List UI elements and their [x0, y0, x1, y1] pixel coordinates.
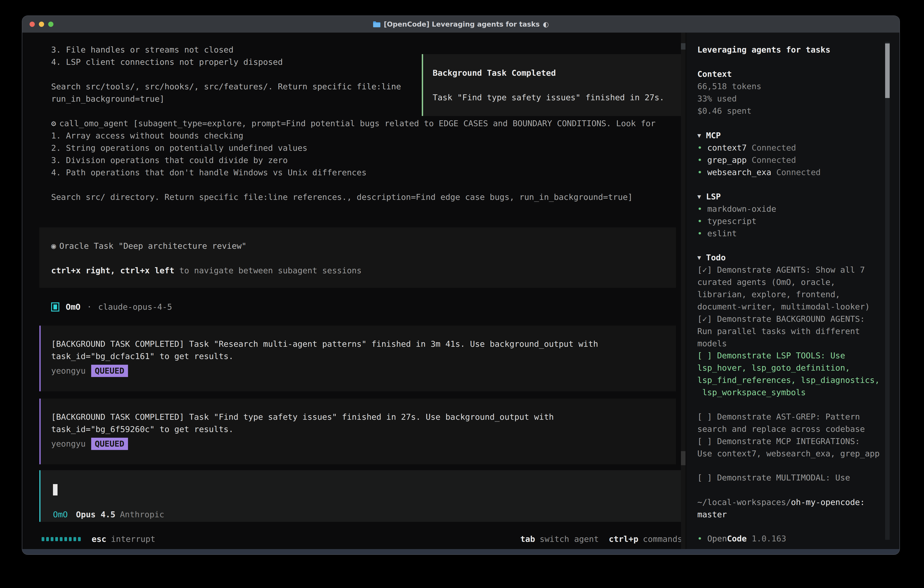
oracle-task-title: Oracle Task "Deep architecture review"	[59, 241, 247, 251]
task-message-line2: task_id="bg_6f59260c" to get results.	[51, 423, 664, 435]
tool-call-prompt-lines: 1. Array access without bounds checking …	[51, 130, 655, 203]
esc-key-label: interrupt	[111, 533, 155, 545]
chevron-down-icon: ▼	[697, 190, 701, 203]
agent-header: OmO · claude-opus-4-5	[51, 301, 172, 313]
tab-key-label: switch agent	[540, 533, 599, 545]
assistant-output-lines: 3. File handles or streams not closed 4.…	[51, 44, 401, 105]
lsp-heading: LSP	[706, 190, 721, 203]
path-prefix: ~/local-workspaces/	[697, 497, 791, 507]
lsp-name: markdown-oxide	[707, 203, 776, 215]
oracle-task-title-row: ◉Oracle Task "Deep architecture review"	[51, 240, 664, 252]
agent-model: claude-opus-4-5	[98, 301, 172, 313]
todo-pending-multimodal: [ ] Demonstrate MULTIMODAL: Use	[697, 472, 884, 484]
input-provider-name: Anthropic	[120, 509, 164, 521]
context-stats: 66,518 tokens 33% used $0.46 spent	[697, 80, 884, 117]
todo-pending-items: [ ] Demonstrate AST-GREP: Pattern search…	[697, 411, 884, 460]
hint-keys: ctrl+x right, ctrl+x left	[51, 266, 174, 275]
version-row: • OpenCode 1.0.163	[697, 532, 884, 545]
app-version: 1.0.163	[752, 532, 786, 545]
mcp-name: context7	[707, 142, 747, 154]
mcp-status: Connected	[752, 154, 796, 166]
tool-call-block: ⚙call_omo_agent [subagent_type=explore, …	[51, 117, 655, 203]
session-title: Leveraging agents for tasks	[697, 44, 884, 56]
chat-scrollbar-track[interactable]	[681, 33, 685, 549]
esc-key-hint: esc	[92, 533, 106, 545]
workspace-path-line: ~/local-workspaces/oh-my-opencode:	[697, 496, 884, 509]
mcp-item-context7: • context7 Connected	[697, 142, 884, 154]
tab-hint: tab switch agent	[520, 533, 599, 545]
lsp-name: typescript	[707, 215, 757, 227]
task-completed-box-1: [BACKGROUND TASK COMPLETED] Task "Resear…	[40, 325, 676, 391]
zoom-button[interactable]	[48, 21, 53, 27]
close-button[interactable]	[30, 21, 35, 27]
window-title: [OpenCode] Leveraging agents for tasks ◐	[373, 20, 549, 28]
task-completed-box-2: [BACKGROUND TASK COMPLETED] Task "Find t…	[40, 399, 676, 464]
status-badge: QUEUED	[91, 438, 128, 450]
mcp-section-header[interactable]: ▼ MCP	[697, 129, 884, 142]
mcp-status: Connected	[752, 142, 796, 154]
input-model-name[interactable]: Opus 4.5	[76, 509, 115, 521]
mcp-name: grep_app	[707, 154, 747, 166]
task-meta-row: yeongyu QUEUED	[51, 365, 664, 377]
mcp-heading: MCP	[706, 129, 721, 142]
ctrlp-key-hint: ctrl+p	[609, 533, 639, 545]
lsp-item-markdown-oxide: • markdown-oxide	[697, 203, 884, 215]
toast-title: Background Task Completed	[433, 67, 673, 79]
statusbar-left: esc interrupt	[41, 533, 155, 545]
prompt-input[interactable]: OmO Opus 4.5 Anthropic	[40, 470, 685, 522]
window-titlebar: [OpenCode] Leveraging agents for tasks ◐	[22, 16, 899, 33]
mcp-item-grep-app: • grep_app Connected	[697, 154, 884, 166]
background-task-toast: Background Task Completed Task "Find typ…	[422, 54, 684, 116]
app-name-bold: Code	[727, 532, 747, 545]
input-info-row: OmO Opus 4.5 Anthropic	[53, 509, 164, 521]
subagent-nav-hint: ctrl+x right, ctrl+x left to navigate be…	[51, 264, 664, 277]
green-dot-icon: •	[697, 166, 702, 178]
ctrlp-hint: ctrl+p commands	[609, 533, 682, 545]
traffic-lights	[30, 16, 53, 33]
task-user: yeongyu	[51, 365, 86, 377]
todo-active-item: [ ] Demonstrate LSP TOOLS: Use lsp_hover…	[697, 350, 884, 399]
statusbar-right: tab switch agent ctrl+p commands	[510, 533, 682, 545]
input-agent-name: OmO	[53, 509, 68, 521]
gear-icon: ⚙	[51, 119, 56, 128]
ctrlp-key-label: commands	[643, 533, 682, 545]
sidebar-scrollbar-track[interactable]	[885, 42, 890, 540]
lsp-name: eslint	[707, 227, 737, 239]
workspace-path: ~/local-workspaces/oh-my-opencode: maste…	[697, 496, 884, 521]
app-name-dim: Open	[707, 532, 727, 545]
agent-name: OmO	[66, 301, 81, 313]
lsp-item-typescript: • typescript	[697, 215, 884, 227]
tool-call-text: call_omo_agent [subagent_type=explore, p…	[59, 119, 656, 128]
hint-text: to navigate between subagent sessions	[174, 266, 362, 275]
task-message-line1: [BACKGROUND TASK COMPLETED] Task "Resear…	[51, 338, 664, 350]
lsp-section-header[interactable]: ▼ LSP	[697, 190, 884, 203]
green-dot-icon: •	[697, 203, 702, 215]
todo-completed-items: [✓] Demonstrate AGENTS: Show all 7 curat…	[697, 264, 884, 350]
repo-name: oh-my-opencode:	[791, 497, 865, 507]
git-branch: master	[697, 509, 884, 521]
chat-scrollbar-thumb[interactable]	[681, 451, 685, 465]
green-dot-icon: •	[697, 154, 702, 166]
minimize-button[interactable]	[39, 21, 44, 27]
task-message-line2: task_id="bg_dcfac161" to get results.	[51, 350, 664, 362]
separator-dot: ·	[87, 301, 92, 313]
mcp-status: Connected	[776, 166, 820, 178]
task-meta-row: yeongyu QUEUED	[51, 438, 664, 450]
chevron-down-icon: ▼	[697, 251, 701, 264]
chat-scrollbar-thumb-top[interactable]	[681, 43, 685, 50]
window-title-text: [OpenCode] Leveraging agents for tasks	[384, 20, 540, 28]
agent-square-icon	[51, 302, 59, 312]
sidebar-scrollbar-thumb[interactable]	[885, 43, 890, 98]
todo-heading: Todo	[706, 251, 726, 264]
green-dot-icon: •	[697, 142, 702, 154]
green-dot-icon: •	[697, 215, 702, 227]
green-dot-icon: •	[697, 227, 702, 239]
session-sidebar: Leveraging agents for tasks Context 66,5…	[686, 33, 899, 549]
status-badge: QUEUED	[91, 365, 128, 377]
tool-call-first-line: ⚙call_omo_agent [subagent_type=explore, …	[51, 117, 655, 130]
todo-section-header[interactable]: ▼ Todo	[697, 251, 884, 264]
lsp-item-eslint: • eslint	[697, 227, 884, 239]
oracle-task-box: ◉Oracle Task "Deep architecture review" …	[40, 227, 676, 288]
window-bottom-bar	[22, 549, 899, 554]
task-user: yeongyu	[51, 438, 86, 450]
